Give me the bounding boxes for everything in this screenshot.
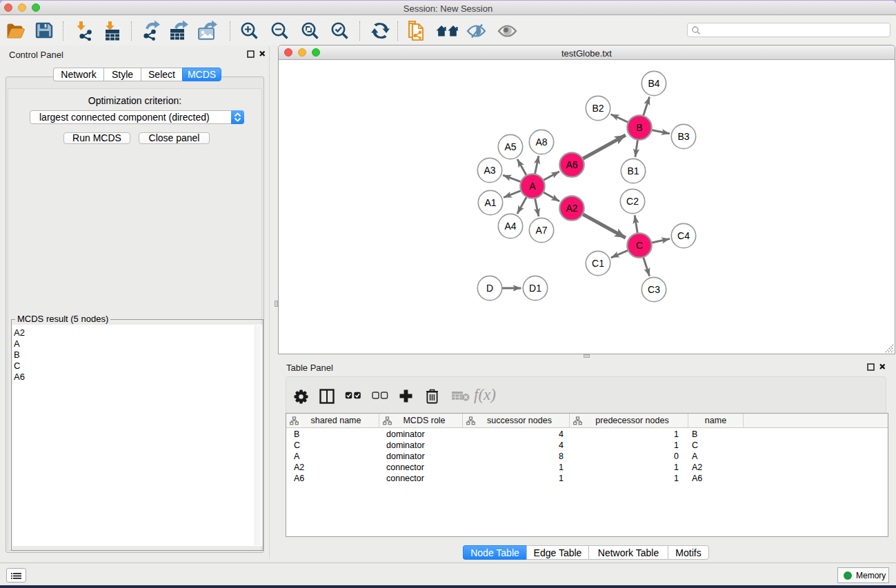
svg-text:A1: A1 (484, 197, 496, 208)
svg-text:A7: A7 (535, 225, 547, 236)
svg-text:A: A (529, 181, 536, 192)
svg-text:A4: A4 (504, 221, 516, 232)
svg-text:B4: B4 (648, 78, 659, 89)
svg-text:D1: D1 (529, 283, 541, 294)
svg-text:D: D (486, 283, 493, 294)
svg-text:A5: A5 (504, 141, 516, 152)
svg-text:A3: A3 (484, 165, 495, 176)
svg-text:C3: C3 (648, 284, 660, 295)
svg-text:B1: B1 (627, 165, 639, 176)
svg-text:A6: A6 (566, 159, 577, 170)
svg-text:B2: B2 (592, 103, 604, 114)
svg-text:B3: B3 (677, 131, 689, 142)
svg-text:C2: C2 (626, 196, 639, 207)
svg-text:B: B (636, 122, 642, 133)
svg-text:C1: C1 (592, 258, 604, 269)
svg-text:A2: A2 (566, 203, 577, 214)
svg-text:C: C (636, 240, 643, 251)
svg-text:C4: C4 (677, 230, 690, 241)
svg-text:A8: A8 (535, 136, 547, 148)
